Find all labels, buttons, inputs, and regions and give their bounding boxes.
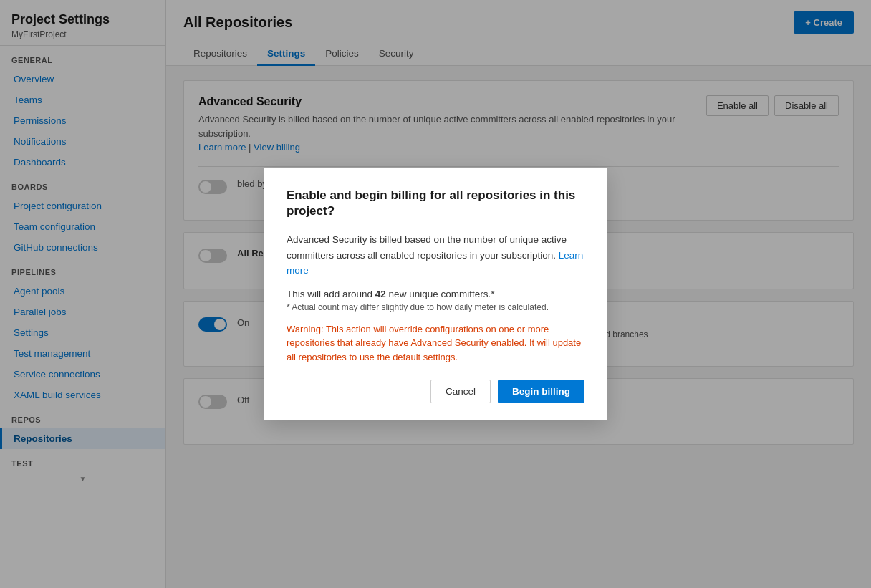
begin-billing-button[interactable]: Begin billing [498, 380, 584, 403]
modal-title: Enable and begin billing for all reposit… [287, 188, 584, 219]
modal-body: Advanced Security is billed based on the… [287, 232, 584, 279]
modal-committers: This will add around 42 new unique commi… [287, 289, 584, 299]
modal-overlay[interactable]: Enable and begin billing for all reposit… [0, 0, 871, 588]
modal-actions: Cancel Begin billing [287, 380, 584, 403]
modal-committers-count: 42 [375, 289, 386, 299]
modal-body-text: Advanced Security is billed based on the… [287, 234, 567, 261]
modal-warning: Warning: This action will override confi… [287, 322, 584, 365]
cancel-button[interactable]: Cancel [430, 380, 491, 403]
modal-note: * Actual count may differ slightly due t… [287, 302, 584, 312]
billing-modal: Enable and begin billing for all reposit… [264, 168, 607, 420]
